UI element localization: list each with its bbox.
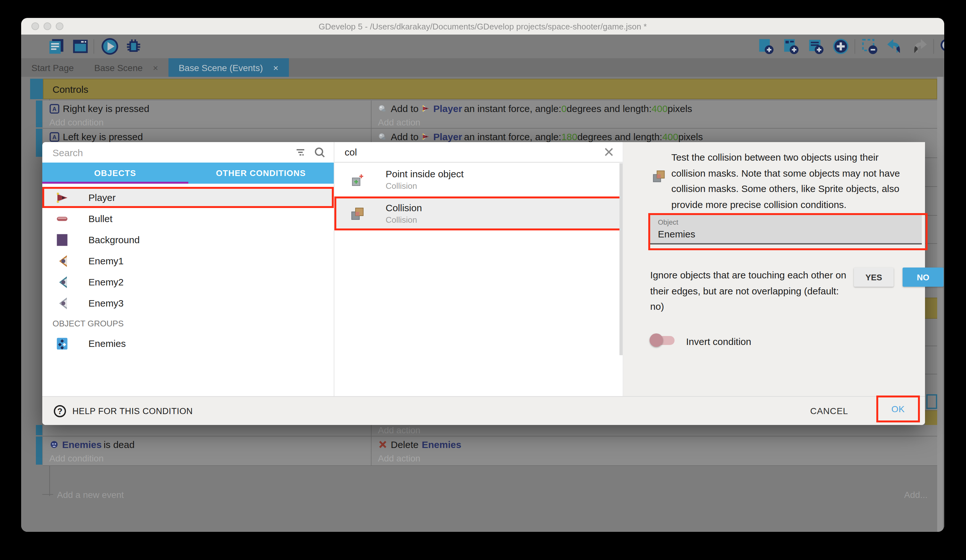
toggle-knob — [649, 334, 663, 347]
ignore-touching-label: Ignore objects that are touching each ot… — [650, 267, 848, 314]
tab-base-scene-events[interactable]: Base Scene (Events)× — [168, 58, 289, 77]
tab-start-page[interactable]: Start Page — [21, 58, 84, 77]
actions-cell[interactable]: Add toPlayer an instant force, angle: 0 … — [371, 100, 937, 128]
conditions-cell[interactable]: Enemies is dead Add condition — [43, 437, 371, 465]
add-action-link[interactable]: Add action — [378, 425, 937, 435]
tab-base-scene[interactable]: Base Scene× — [84, 58, 168, 77]
dimmed-group-bar — [925, 298, 937, 319]
ok-button-highlight[interactable]: OK — [876, 396, 920, 422]
toolbar-separator — [854, 39, 855, 54]
event-drag-handle[interactable] — [36, 425, 42, 435]
dialog-tabbar: OBJECTS OTHER CONDITIONS — [42, 162, 334, 184]
dialog-conditions-panel: col Point inside object Collision Collis… — [334, 142, 623, 397]
object-parameter-field[interactable]: Object Enemies — [650, 215, 922, 244]
enemies-group-icon — [55, 336, 69, 350]
event-drag-handle[interactable] — [36, 129, 42, 157]
clear-search-icon[interactable] — [603, 146, 615, 158]
object-item-enemy1[interactable]: Enemy1 — [42, 250, 334, 271]
yes-button[interactable]: YES — [854, 267, 894, 287]
enemy3-sprite-icon — [55, 296, 69, 310]
titlebar: GDevelop 5 - /Users/dkarakay/Documents/G… — [21, 18, 944, 34]
no-button[interactable]: NO — [903, 267, 944, 287]
field-label: Object — [658, 218, 678, 226]
editor-tabbar: Start Page Base Scene× Base Scene (Event… — [21, 58, 944, 77]
tab-other-conditions[interactable]: OTHER CONDITIONS — [188, 162, 334, 184]
object-item-player[interactable]: Player — [42, 187, 334, 208]
field-value: Enemies — [658, 228, 695, 239]
object-search-input[interactable]: Search — [53, 147, 295, 158]
event-row[interactable]: Add action — [43, 425, 937, 437]
undo-icon[interactable] — [885, 37, 904, 56]
add-action-link[interactable]: Add action — [378, 451, 937, 465]
condition-description: Test the collision between two objects u… — [671, 150, 909, 213]
dialog-parameters-panel: Test the collision between two objects u… — [623, 142, 925, 397]
collision-icon — [651, 169, 666, 184]
add-new-icon[interactable] — [831, 37, 850, 56]
tab-indicator — [42, 182, 188, 184]
scene-editor-icon[interactable] — [71, 37, 90, 56]
help-link[interactable]: ? HELP FOR THIS CONDITION — [54, 405, 193, 417]
condition-editor-dialog: Search OBJECTS OTHER CONDITIONS Player — [42, 142, 925, 425]
add-event-icon[interactable] — [757, 37, 775, 56]
filter-icon[interactable] — [295, 147, 306, 158]
search-icon[interactable] — [314, 146, 326, 159]
main-toolbar — [21, 34, 944, 58]
object-list: Player Bullet Background Enemy1 — [42, 184, 334, 354]
conditions-cell[interactable] — [43, 425, 371, 436]
help-icon: ? — [54, 405, 66, 417]
dialog-footer: ? HELP FOR THIS CONDITION CANCEL OK — [42, 396, 925, 425]
close-tab-icon[interactable]: × — [273, 62, 278, 73]
event-row[interactable]: Right key is pressed Add condition Add t… — [43, 100, 937, 129]
actions-cell[interactable]: Add action — [371, 425, 937, 436]
search-icon[interactable] — [938, 37, 944, 56]
group-label: Controls — [53, 84, 89, 94]
close-tab-icon[interactable]: × — [153, 62, 158, 73]
add-comment-icon[interactable] — [807, 37, 825, 56]
object-item-enemy3[interactable]: Enemy3 — [42, 293, 334, 314]
background-sprite-icon — [55, 233, 69, 247]
condition-search-input[interactable]: col — [345, 147, 603, 157]
window-title: GDevelop 5 - /Users/dkarakay/Documents/G… — [21, 22, 944, 31]
tree-line — [42, 494, 53, 495]
app-window: GDevelop 5 - /Users/dkarakay/Documents/G… — [21, 18, 944, 532]
object-groups-header: OBJECT GROUPS — [53, 314, 334, 333]
condition-item-collision[interactable]: Collision Collision — [334, 196, 623, 231]
ok-button[interactable]: OK — [891, 404, 905, 414]
redo-icon[interactable] — [910, 37, 929, 56]
group-item-enemies[interactable]: Enemies — [42, 333, 334, 354]
event-row[interactable]: Enemies is dead Add condition DeleteEnem… — [43, 437, 937, 466]
add-subevent-icon[interactable] — [782, 37, 800, 56]
condition-item-point-inside[interactable]: Point inside object Collision — [334, 162, 623, 196]
event-drag-handle[interactable] — [30, 79, 43, 99]
player-sprite-icon — [55, 190, 69, 205]
object-item-bullet[interactable]: Bullet — [42, 208, 334, 229]
toolbar-separator — [933, 39, 934, 54]
event-drag-handle[interactable] — [36, 437, 42, 465]
enemy2-sprite-icon — [55, 275, 69, 289]
add-more-link[interactable]: Add... — [904, 490, 928, 500]
object-item-background[interactable]: Background — [42, 229, 334, 250]
cancel-button[interactable]: CANCEL — [810, 406, 848, 416]
add-new-event-link[interactable]: Add a new event — [57, 490, 124, 500]
dimmed-events-sliver — [925, 158, 937, 425]
project-manager-icon[interactable] — [47, 37, 65, 56]
event-group-controls[interactable]: Controls — [43, 79, 937, 99]
toolbar-separator — [94, 39, 94, 54]
invert-condition-toggle[interactable] — [651, 336, 675, 345]
selected-event-outline — [926, 394, 937, 409]
event-drag-handle[interactable] — [36, 100, 42, 128]
conditions-scrollbar[interactable] — [619, 163, 623, 355]
add-action-link[interactable]: Add action — [378, 115, 937, 129]
actions-cell[interactable]: DeleteEnemies Add action — [371, 437, 937, 465]
play-icon[interactable] — [100, 37, 119, 56]
events-scrollbar[interactable] — [937, 77, 943, 532]
dialog-left-panel: Search OBJECTS OTHER CONDITIONS Player — [42, 142, 334, 397]
add-condition-link[interactable]: Add condition — [49, 115, 371, 129]
debug-icon[interactable] — [124, 37, 143, 56]
object-item-enemy2[interactable]: Enemy2 — [42, 271, 334, 293]
conditions-cell[interactable]: Right key is pressed Add condition — [43, 100, 371, 128]
tab-objects[interactable]: OBJECTS — [42, 162, 188, 184]
enemy1-sprite-icon — [55, 254, 69, 268]
add-condition-link[interactable]: Add condition — [49, 451, 371, 465]
remove-event-icon[interactable] — [860, 37, 879, 56]
